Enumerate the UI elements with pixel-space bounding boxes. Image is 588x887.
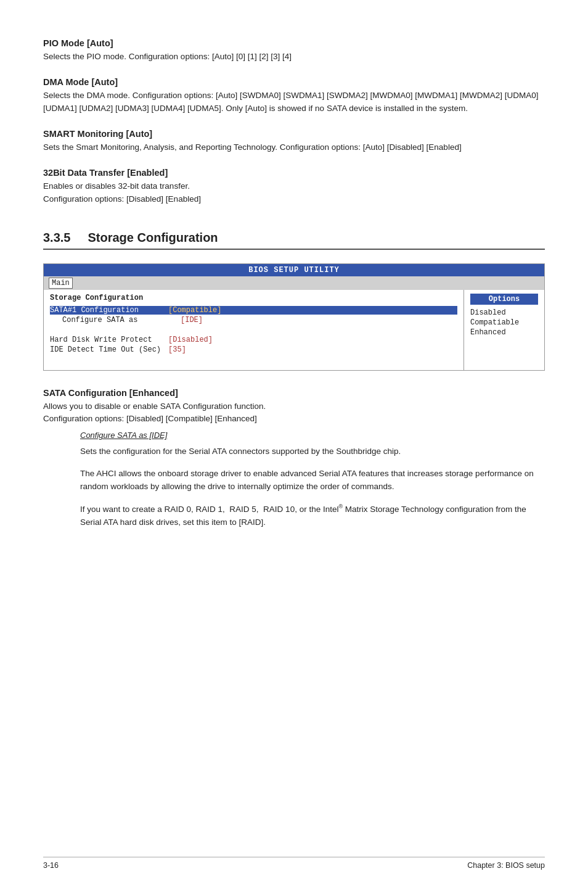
bios-row-sata1-value: [Compatible] bbox=[168, 306, 221, 315]
bios-row-configure-sata-value: [IDE] bbox=[181, 316, 203, 324]
dma-mode-body: Selects the DMA mode. Configuration opti… bbox=[43, 89, 545, 115]
configure-sata-block: Configure SATA as [IDE] Sets the configu… bbox=[80, 429, 545, 458]
bios-sidebar-options-label: Options bbox=[470, 294, 538, 305]
32bit-body: Enables or disables 32-bit data transfer… bbox=[43, 180, 545, 206]
bios-row-hdd-write-protect-value: [Disabled] bbox=[168, 336, 213, 344]
bios-title-bar: BIOS SETUP UTILITY bbox=[44, 264, 544, 276]
32bit-heading: 32Bit Data Transfer [Enabled] bbox=[43, 168, 545, 178]
ahci-para: The AHCI allows the onboard storage driv… bbox=[80, 467, 545, 493]
chapter-section-number: 3.3.5 bbox=[43, 231, 70, 244]
configure-sata-para1: Sets the configuration for the Serial AT… bbox=[80, 447, 401, 456]
bios-option-disabled[interactable]: Disabled bbox=[470, 308, 538, 317]
bios-row-ide-detect-label: IDE Detect Time Out (Sec) bbox=[50, 345, 161, 354]
bios-option-enhanced[interactable]: Enhanced bbox=[470, 328, 538, 337]
page-footer: 3-16 Chapter 3: BIOS setup bbox=[43, 857, 545, 870]
bios-nav-main[interactable]: Main bbox=[49, 278, 73, 289]
smart-monitoring-body: Sets the Smart Monitoring, Analysis, and… bbox=[43, 141, 545, 154]
bios-row-hdd-write-protect[interactable]: Hard Disk Write Protect [Disabled] bbox=[50, 336, 457, 344]
bios-row-configure-sata[interactable]: Configure SATA as [IDE] bbox=[50, 316, 457, 324]
bios-main-panel: Storage Configuration SATA#1 Configurati… bbox=[44, 290, 464, 370]
bios-row-ide-detect[interactable]: IDE Detect Time Out (Sec) [35] bbox=[50, 345, 457, 354]
bios-content-area: Storage Configuration SATA#1 Configurati… bbox=[44, 290, 544, 370]
footer-chapter-label: Chapter 3: BIOS setup bbox=[467, 861, 545, 870]
chapter-section-label: Storage Configuration bbox=[88, 231, 218, 244]
bios-row-ide-detect-value: [35] bbox=[168, 345, 186, 354]
dma-mode-heading: DMA Mode [Auto] bbox=[43, 77, 545, 87]
footer-page-number: 3-16 bbox=[43, 861, 59, 870]
bios-row-sata1-label: SATA#1 Configuration bbox=[50, 306, 161, 315]
raid-para: If you want to create a RAID 0, RAID 1, … bbox=[80, 502, 545, 529]
bios-row-sata1[interactable]: SATA#1 Configuration [Compatible] bbox=[50, 306, 457, 315]
bios-sidebar-panel: Options Disabled Compatiable Enhanced bbox=[464, 290, 544, 370]
bios-option-compatible[interactable]: Compatiable bbox=[470, 318, 538, 327]
bios-row-spacer bbox=[50, 326, 457, 334]
chapter-section-title: 3.3.5Storage Configuration bbox=[43, 231, 545, 250]
bios-row-hdd-write-protect-label: Hard Disk Write Protect bbox=[50, 336, 161, 344]
sata-config-heading: SATA Configuration [Enhanced] bbox=[43, 388, 545, 398]
smart-monitoring-heading: SMART Monitoring [Auto] bbox=[43, 129, 545, 139]
bios-section-label: Storage Configuration bbox=[50, 294, 457, 302]
configure-sata-link: Configure SATA as [IDE] bbox=[80, 429, 545, 442]
bios-ui-box: BIOS SETUP UTILITY Main Storage Configur… bbox=[43, 263, 545, 371]
pio-mode-heading: PIO Mode [Auto] bbox=[43, 38, 545, 48]
pio-mode-body: Selects the PIO mode. Configuration opti… bbox=[43, 51, 545, 64]
sata-config-intro: Allows you to disable or enable SATA Con… bbox=[43, 400, 545, 426]
bios-nav-bar: Main bbox=[44, 276, 544, 290]
bios-row-configure-sata-label: Configure SATA as bbox=[62, 316, 173, 324]
